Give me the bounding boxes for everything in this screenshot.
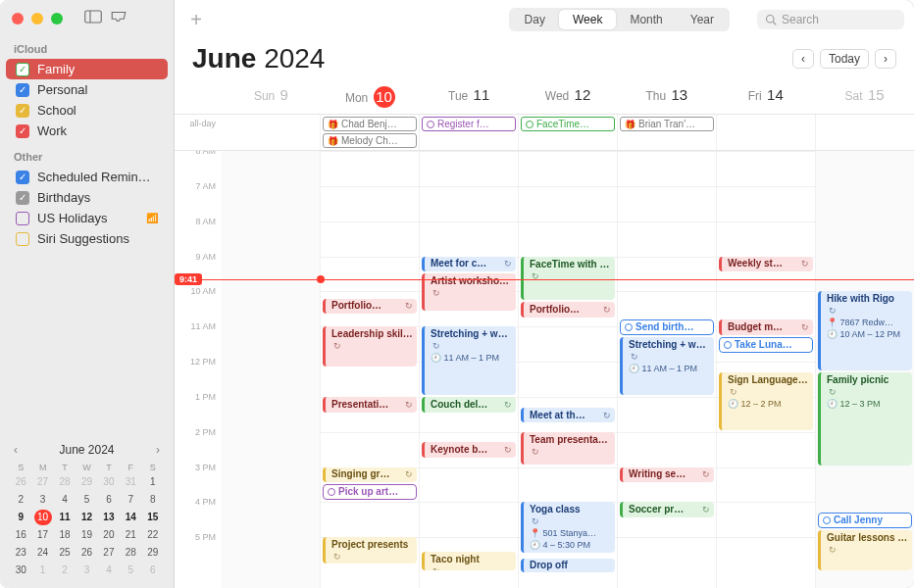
calendar-event[interactable]: Budget m…↻ (719, 319, 813, 335)
search-field[interactable]: Search (757, 10, 904, 29)
calendar-item[interactable]: ✓Work (6, 121, 168, 141)
minical-day[interactable]: 3 (77, 563, 95, 578)
calendar-event[interactable]: Weekly st…↻ (719, 257, 813, 272)
calendar-event[interactable]: Call Jenny (818, 513, 912, 528)
calendars-toggle-icon[interactable] (84, 10, 102, 27)
minical-day[interactable]: 11 (56, 510, 74, 525)
minical-day[interactable]: 12 (77, 510, 95, 525)
minical-day[interactable]: 6 (100, 492, 118, 508)
calendar-event[interactable]: Taco night↻ (422, 552, 516, 571)
minical-day[interactable]: 19 (77, 527, 95, 543)
allday-column[interactable]: 🎁Chad Benj…🎁Melody Ch… (320, 115, 419, 150)
minical-day[interactable]: 8 (144, 492, 162, 508)
calendar-checkbox[interactable]: ✓ (16, 171, 29, 184)
minical-day[interactable]: 27 (100, 545, 118, 561)
minical-day[interactable]: 7 (122, 492, 139, 508)
minical-day[interactable]: 18 (56, 527, 74, 543)
day-column[interactable] (222, 151, 320, 588)
calendar-event[interactable]: Guitar lessons wi…↻ (818, 530, 912, 570)
calendar-event[interactable]: Singing gr…↻ (323, 467, 417, 483)
close-window-button[interactable] (12, 13, 24, 24)
day-column[interactable]: FaceTime with Gran…↻Portfolio…↻Meet at t… (518, 151, 617, 588)
calendar-event[interactable]: Stretching + weights↻🕘 11 AM – 1 PM (620, 337, 714, 395)
day-column[interactable]: Portfolio…↻Leadership skills work…↻Prese… (320, 151, 419, 588)
calendar-item[interactable]: ✓Personal (6, 79, 168, 100)
minical-next-button[interactable]: › (156, 443, 160, 457)
week-grid[interactable]: 9:41 6 AM7 AM8 AM9 AM10 AM11 AM12 PM1 PM… (175, 151, 914, 588)
minical-day[interactable]: 29 (77, 474, 95, 490)
prev-week-button[interactable]: ‹ (792, 49, 814, 69)
calendar-item[interactable]: ✓Birthdays (6, 187, 168, 208)
calendar-checkbox[interactable] (16, 232, 29, 246)
minical-day[interactable]: 30 (100, 474, 118, 490)
minical-day[interactable]: 4 (56, 492, 74, 508)
minical-day[interactable]: 15 (144, 510, 162, 525)
minical-day[interactable]: 16 (12, 527, 29, 543)
minical-day[interactable]: 20 (100, 527, 118, 543)
minical-day[interactable]: 26 (77, 545, 95, 561)
add-event-button[interactable]: + (184, 9, 208, 31)
minical-day[interactable]: 1 (34, 563, 52, 578)
day-column[interactable]: Meet for c…↻Artist workshop…↻Stretching … (419, 151, 518, 588)
calendar-event[interactable]: Project presents↻ (323, 537, 417, 564)
minical-prev-button[interactable]: ‹ (14, 443, 18, 457)
minical-day[interactable]: 1 (144, 474, 162, 490)
day-header[interactable]: Mon 10 (321, 84, 420, 114)
allday-event[interactable]: 🎁Melody Ch… (323, 133, 417, 148)
calendar-event[interactable]: Portfolio…↻ (521, 302, 615, 318)
allday-column[interactable] (716, 115, 815, 150)
calendar-checkbox[interactable]: ✓ (16, 104, 29, 118)
minical-day[interactable]: 6 (144, 563, 162, 578)
calendar-event[interactable]: Yoga class↻📍 501 Stanya…🕘 4 – 5:30 PM (521, 502, 615, 553)
calendar-event[interactable]: Presentati…↻ (323, 397, 417, 413)
calendar-event[interactable]: Leadership skills work…↻ (323, 326, 417, 367)
calendar-event[interactable]: Take Luna… (719, 337, 813, 353)
allday-column[interactable]: FaceTime… (518, 115, 617, 150)
minical-day[interactable]: 2 (56, 563, 74, 578)
minical-day[interactable]: 13 (100, 510, 118, 525)
calendar-event[interactable]: Couch del…↻ (422, 397, 516, 413)
calendar-event[interactable]: Family picnic↻🕘 12 – 3 PM (818, 372, 912, 466)
calendar-event[interactable]: FaceTime with Gran…↻ (521, 257, 615, 301)
minical-day[interactable]: 4 (100, 563, 118, 578)
day-column[interactable]: Weekly st…↻Budget m…↻Take Luna…Sign Lang… (716, 151, 815, 588)
calendar-event[interactable]: Sign Language Club↻🕘 12 – 2 PM (719, 372, 813, 430)
minical-day[interactable]: 28 (122, 545, 139, 561)
day-column[interactable]: Hike with Rigo↻📍 7867 Redw…🕘 10 AM – 12 … (815, 151, 914, 588)
minical-day[interactable]: 24 (34, 545, 52, 561)
minical-day[interactable]: 17 (34, 527, 52, 543)
minimize-window-button[interactable] (31, 13, 43, 24)
day-header[interactable]: Fri 14 (716, 84, 815, 114)
calendar-checkbox[interactable]: ✓ (16, 191, 29, 205)
calendar-event[interactable]: Drop off (521, 559, 615, 572)
minical-day[interactable]: 30 (12, 563, 29, 578)
allday-event[interactable]: 🎁Brian Tran'… (620, 117, 714, 131)
minical-day[interactable]: 28 (56, 474, 74, 490)
next-week-button[interactable]: › (875, 49, 896, 69)
calendar-checkbox[interactable]: ✓ (16, 63, 29, 76)
allday-column[interactable] (815, 115, 914, 150)
view-week[interactable]: Week (559, 10, 616, 29)
minical-day[interactable]: 21 (122, 527, 139, 543)
view-month[interactable]: Month (616, 10, 676, 29)
minical-day[interactable]: 5 (77, 492, 95, 508)
allday-column[interactable]: Register f… (419, 115, 518, 150)
minical-day[interactable]: 22 (144, 527, 162, 543)
calendar-event[interactable]: Keynote b…↻ (422, 442, 516, 458)
day-header[interactable]: Sun 9 (222, 84, 321, 114)
allday-column[interactable] (222, 115, 320, 150)
allday-event[interactable]: 🎁Chad Benj… (323, 117, 417, 131)
calendar-event[interactable]: Meet for c…↻ (422, 257, 516, 272)
calendar-item[interactable]: ✓Scheduled Remin… (6, 167, 168, 187)
minical-day[interactable]: 3 (34, 492, 52, 508)
calendar-event[interactable]: Soccer pr…↻ (620, 502, 714, 517)
allday-event[interactable]: Register f… (422, 117, 516, 131)
minical-day[interactable]: 14 (122, 510, 139, 525)
minical-day[interactable]: 25 (56, 545, 74, 561)
calendar-event[interactable]: Stretching + weights↻🕘 11 AM – 1 PM (422, 326, 516, 395)
calendar-item[interactable]: Siri Suggestions (6, 228, 168, 249)
minical-day[interactable]: 29 (144, 545, 162, 561)
minical-day[interactable]: 26 (12, 474, 29, 490)
day-header[interactable]: Wed 12 (519, 84, 618, 114)
minical-day[interactable]: 5 (122, 563, 139, 578)
